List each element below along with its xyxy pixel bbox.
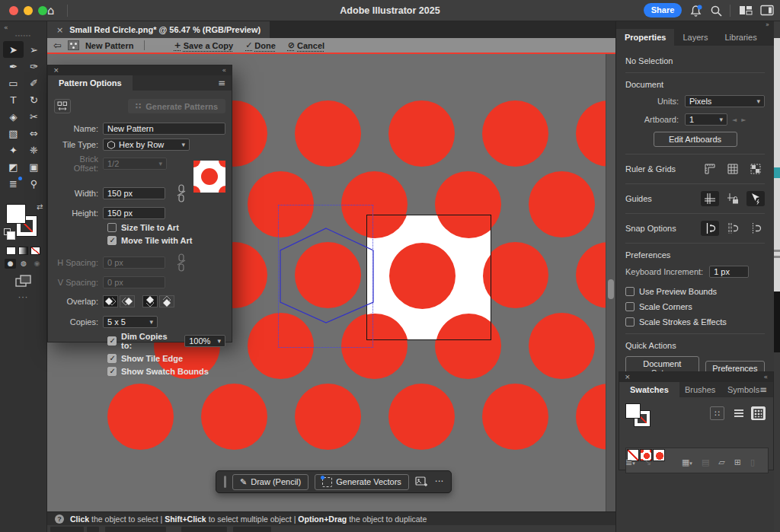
show-grid-button[interactable] [724,161,742,177]
fill-color-well[interactable] [6,204,26,224]
symbol-sprayer-tool[interactable]: ❈ [24,142,44,158]
show-transparency-grid-button[interactable] [746,161,765,177]
zoom-tool[interactable]: ⚲ [24,175,44,192]
height-input[interactable]: 150 px [103,207,165,219]
swatch-options-icon[interactable]: ▤ [702,457,709,467]
smart-guides-button[interactable] [746,191,765,206]
snap-to-grid-button[interactable] [724,221,742,236]
pattern-tile-tool-button[interactable] [54,99,71,113]
link-dimensions-broken-icon[interactable] [176,183,187,203]
v-spacing-input[interactable]: 0 px [103,276,165,288]
save-a-copy-button[interactable]: + Save a Copy [174,40,233,50]
rotate-tool[interactable]: ↻ [24,91,44,108]
pattern-options-tab[interactable]: Pattern Options [48,75,133,91]
pattern-name-input[interactable]: New Pattern [103,123,225,135]
snap-to-pixel-button[interactable] [746,221,765,236]
document-tab[interactable]: × Small Red Circle.png* @ 56.47 % (RGB/P… [47,21,270,38]
swatch-kinds-icon[interactable]: ▦▾ [682,457,692,467]
keyboard-increment-input[interactable]: 1 px [709,266,749,278]
new-swatch-icon[interactable]: ⊞ [734,457,741,467]
none-button[interactable] [30,247,40,255]
vertical-scrollbar[interactable] [606,54,615,511]
scissors-tool[interactable]: ✂ [24,108,44,125]
edit-artboards-button[interactable]: Edit Artboards [654,132,737,147]
search-icon[interactable] [710,5,723,18]
move-tile-with-art-checkbox[interactable] [107,236,117,245]
zoom-level-box[interactable] [50,527,84,532]
swap-fill-stroke-icon[interactable]: ⇄ [37,202,43,211]
show-swatch-bounds-checkbox[interactable] [107,367,117,376]
status-extra-box[interactable] [233,527,271,532]
tab-libraries[interactable]: Libraries [716,29,765,46]
shape-builder-tool[interactable]: ◩ [3,158,24,175]
size-tile-to-art-checkbox[interactable] [107,223,117,232]
artboard-nav-box[interactable] [105,527,166,532]
dim-copies-select[interactable]: 100% ▾ [184,335,225,347]
share-button[interactable]: Share [644,3,682,18]
curvature-tool[interactable]: ✑ [24,58,44,75]
collapse-swatches-icon[interactable]: « [763,373,768,381]
tab-swatches[interactable]: Swatches [619,382,679,397]
default-fill-stroke-icon[interactable] [4,228,11,235]
close-panel-icon[interactable]: × [53,66,59,74]
screen-mode-icon[interactable] [15,274,32,288]
artboard-tool[interactable]: ▣ [24,158,44,175]
swatches-menu-icon[interactable]: ≡ [759,384,767,395]
link-spacing-broken-icon[interactable] [176,253,187,272]
pattern-tile[interactable] [366,215,491,340]
close-swatches-icon[interactable]: × [625,373,631,381]
show-guides-button[interactable] [701,191,719,206]
scale-strokes-effects-checkbox[interactable] [625,317,635,327]
edit-toolbar-icon[interactable]: ··· [0,292,46,302]
panel-toggle-icon[interactable] [760,5,774,16]
cancel-button[interactable]: ⊘ Cancel [288,40,324,50]
taskbar-more-icon[interactable]: ··· [435,476,443,487]
overlap-bottom-in-front-button[interactable] [159,295,174,307]
eraser-tool[interactable]: ◈ [3,108,24,125]
workspace-switcher-icon[interactable] [739,5,753,16]
h-spacing-input[interactable]: 0 px [103,256,165,269]
eyedropper-tool[interactable]: ✦ [3,142,24,158]
width-input[interactable]: 150 px [103,187,165,199]
previous-artboard-icon[interactable]: ◄ [732,116,737,123]
generate-vectors-button[interactable]: Generate Vectors [315,474,409,490]
overlap-right-in-front-button[interactable] [120,295,135,307]
swatch-libraries-icon[interactable]: ≣▾ [625,457,635,467]
tile-type-select[interactable]: Hex by Row ▾ [103,139,190,151]
reference-image-icon[interactable] [415,476,429,488]
selection-tool[interactable]: ➤ [3,41,24,58]
show-rulers-button[interactable] [701,161,719,177]
pen-tool[interactable]: ✒ [3,58,24,75]
close-tab-icon[interactable]: × [56,25,63,35]
brick-offset-select[interactable]: 1/2 ▾ [103,158,167,170]
scrollbar-thumb[interactable] [608,279,614,299]
dim-copies-checkbox[interactable] [107,336,117,346]
notifications-bell-icon[interactable] [689,5,702,18]
fill-proxy[interactable] [625,403,641,419]
delete-swatch-icon[interactable]: ▯ [750,457,755,467]
expand-dock-icon[interactable]: » [766,21,769,28]
artboard-select[interactable]: 1 ▾ [685,113,727,126]
direct-selection-tool[interactable]: ➢ [24,41,44,58]
list-view-button[interactable] [731,406,746,420]
intertwine-tool[interactable]: ≣ [3,175,24,192]
tab-layers[interactable]: Layers [674,29,716,46]
gradient-button[interactable] [18,247,28,255]
gradient-tool[interactable]: ▧ [3,125,24,142]
taskbar-drag-handle[interactable] [224,476,226,488]
show-swatch-kinds-button[interactable]: ∷ [710,406,724,420]
collapse-tools-icon[interactable]: « [4,24,8,31]
generate-patterns-button[interactable]: ∷ Generate Patterns [128,99,225,113]
draw-pencil-button[interactable]: ✎ Draw (Pencil) [232,474,308,490]
snap-to-point-button[interactable] [701,221,719,236]
color-button[interactable] [6,247,16,255]
draw-behind-icon[interactable]: ◍ [18,259,29,269]
width-tool[interactable]: ⇔ [24,125,44,142]
next-artboard-icon[interactable]: ► [741,116,746,123]
copies-select[interactable]: 5 x 5 ▾ [103,316,158,328]
paintbrush-tool[interactable]: ✐ [24,75,44,91]
collapse-panel-icon[interactable]: « [222,66,226,74]
show-tile-edge-checkbox[interactable] [107,354,117,363]
rectangle-tool[interactable]: ▭ [3,75,24,91]
overlap-top-in-front-button[interactable] [142,295,158,307]
